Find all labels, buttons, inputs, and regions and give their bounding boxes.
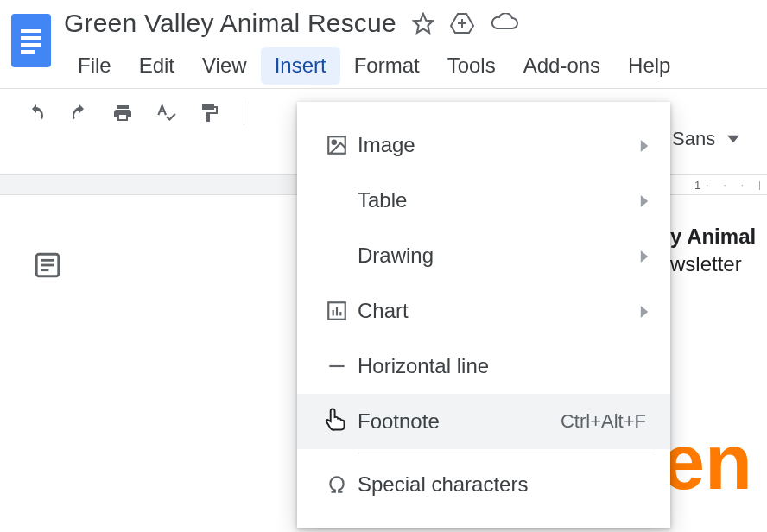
menu-separator (358, 453, 655, 453)
toolbar-separator (244, 101, 244, 125)
submenu-arrow-icon (639, 244, 650, 268)
svg-rect-2 (21, 36, 41, 40)
document-title[interactable]: Green Valley Animal Rescue (64, 9, 396, 38)
menu-help[interactable]: Help (614, 47, 684, 85)
svg-marker-5 (414, 14, 433, 33)
font-family-selector[interactable]: Sans (672, 128, 715, 150)
menu-item-footnote[interactable]: Footnote Ctrl+Alt+F (297, 394, 670, 449)
svg-rect-1 (21, 29, 41, 33)
menu-item-label: Chart (358, 299, 651, 323)
menu-item-image[interactable]: Image (297, 117, 670, 173)
svg-marker-18 (641, 250, 648, 263)
svg-marker-23 (641, 306, 648, 318)
paint-format-button[interactable] (197, 101, 221, 125)
doc-text-line: wsletter (670, 252, 767, 276)
document-outline-button[interactable] (33, 250, 62, 283)
menu-item-shortcut: Ctrl+Alt+F (561, 410, 646, 433)
menu-edit[interactable]: Edit (125, 47, 188, 85)
menu-bar: File Edit View Insert Format Tools Add-o… (64, 47, 767, 85)
menu-item-label: Special characters (358, 472, 651, 497)
svg-marker-9 (727, 136, 739, 142)
cursor-hand-icon (316, 407, 358, 436)
menu-addons[interactable]: Add-ons (510, 47, 614, 85)
menu-insert[interactable]: Insert (261, 47, 340, 85)
omega-icon (316, 473, 358, 496)
menu-item-label: Horizontal line (358, 354, 651, 378)
ruler-mark: 1 (694, 179, 700, 192)
menu-file[interactable]: File (64, 47, 125, 85)
insert-menu-dropdown: Image Table Drawing Chart Horizontal lin… (297, 102, 670, 528)
spellcheck-button[interactable] (154, 101, 178, 125)
ruler-ticks: · · · | (706, 180, 763, 190)
horizontal-line-icon (316, 355, 358, 377)
star-icon[interactable] (412, 12, 434, 35)
menu-item-table[interactable]: Table (297, 173, 670, 228)
doc-text-line: y Animal (670, 225, 767, 249)
submenu-arrow-icon (639, 133, 650, 157)
submenu-arrow-icon (639, 299, 650, 323)
svg-rect-3 (21, 43, 41, 47)
menu-item-label: Table (358, 188, 651, 212)
doc-heading-fragment: en (662, 423, 752, 501)
svg-rect-4 (21, 50, 35, 54)
redo-button[interactable] (67, 101, 92, 125)
menu-tools[interactable]: Tools (434, 47, 510, 85)
menu-view[interactable]: View (188, 47, 261, 85)
menu-item-chart[interactable]: Chart (297, 283, 670, 339)
menu-item-drawing[interactable]: Drawing (297, 228, 670, 283)
menu-item-special-characters[interactable]: Special characters (297, 457, 670, 512)
print-button[interactable] (111, 101, 135, 125)
svg-rect-0 (11, 14, 51, 67)
menu-item-horizontal-line[interactable]: Horizontal line (297, 339, 670, 394)
document-canvas[interactable]: y Animal wsletter (670, 225, 767, 276)
submenu-arrow-icon (639, 188, 650, 212)
menu-item-label: Image (358, 133, 651, 157)
cloud-status-icon[interactable] (490, 13, 519, 34)
move-to-drive-icon[interactable] (450, 12, 474, 35)
undo-button[interactable] (24, 101, 48, 125)
svg-marker-17 (641, 195, 648, 207)
chart-icon (316, 300, 358, 322)
menu-format[interactable]: Format (340, 47, 434, 85)
menu-item-label: Footnote (358, 409, 561, 434)
image-icon (316, 134, 358, 156)
svg-point-15 (333, 141, 336, 144)
caret-down-icon[interactable] (727, 128, 739, 150)
menu-item-label: Drawing (358, 244, 651, 268)
docs-app-icon[interactable] (9, 10, 54, 71)
svg-marker-16 (641, 140, 648, 152)
